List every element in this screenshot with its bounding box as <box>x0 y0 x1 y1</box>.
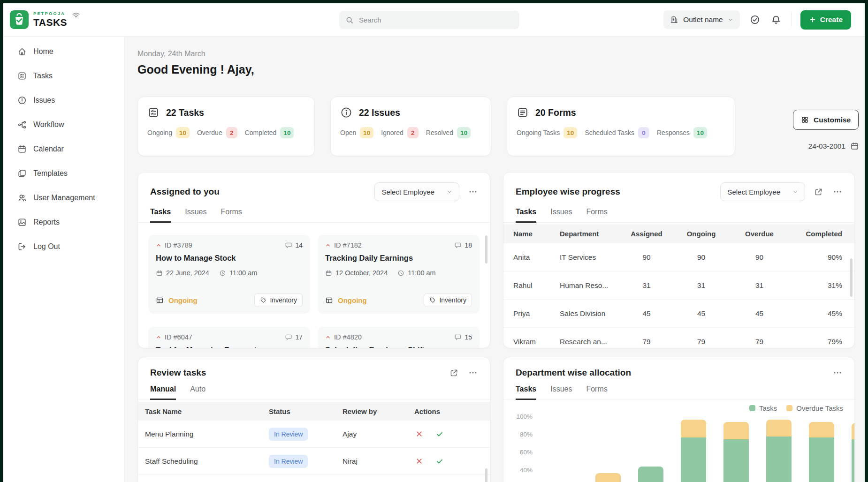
employee-more-menu[interactable] <box>832 186 843 197</box>
tab-issues[interactable]: Issues <box>550 385 572 399</box>
department-more-menu[interactable] <box>832 367 843 378</box>
task-card[interactable]: ID #4820 15 Scheduling Employee Shift <box>318 327 480 348</box>
tasks-segment <box>638 467 663 482</box>
stat-label: Resolved <box>426 129 453 136</box>
brand-logo: PETPOOJA TASKS <box>3 10 80 29</box>
review-tabs: Manual Auto <box>138 385 490 400</box>
search-input-wrapper[interactable] <box>339 11 519 29</box>
employee-select-employee[interactable]: Select Employee <box>720 182 805 201</box>
review-tasks-panel: Review tasks Manual Auto Task Name Statu… <box>137 357 490 482</box>
x-icon <box>415 430 423 438</box>
tab-manual[interactable]: Manual <box>150 385 176 400</box>
employee-department: IT Services <box>560 253 621 262</box>
task-tag-label: Inventory <box>270 296 297 304</box>
sidebar-item-tasks[interactable]: Tasks <box>3 64 124 88</box>
employee-completed: 45% <box>789 309 854 318</box>
tab-forms[interactable]: Forms <box>221 208 242 222</box>
task-id: ID #7182 <box>334 241 362 249</box>
comment-icon <box>285 241 292 249</box>
column-header-department: Department <box>560 230 621 238</box>
comment-icon <box>454 241 462 249</box>
stat-label: Scheduled Tasks <box>585 129 634 136</box>
task-tag-label: Inventory <box>439 296 466 304</box>
stat-label: Responses <box>657 129 690 136</box>
tab-tasks[interactable]: Tasks <box>150 208 171 223</box>
sidebar-item-user-management[interactable]: User Management <box>3 186 124 210</box>
column-header-assigned: Assigned <box>621 230 672 238</box>
reject-button[interactable] <box>414 429 424 439</box>
scrollbar-thumb[interactable] <box>485 235 487 264</box>
notifications-button[interactable] <box>770 14 782 26</box>
legend-item-tasks: Tasks <box>749 404 777 412</box>
task-card[interactable]: ID #6047 17 Tool for Managing Payments <box>148 327 310 348</box>
approvals-button[interactable] <box>749 14 761 26</box>
employee-overdue: 31 <box>730 281 789 290</box>
customise-button[interactable]: Customise <box>793 110 859 130</box>
clock-icon <box>397 270 404 277</box>
employee-name: Anita <box>503 253 560 262</box>
search-input[interactable] <box>358 15 513 24</box>
review-by: Niraj <box>343 457 414 466</box>
sidebar-item-issues[interactable]: Issues <box>3 88 124 113</box>
status-badge: In Review <box>269 455 308 468</box>
sidebar-item-templates[interactable]: Templates <box>3 161 124 186</box>
review-panel-title: Review tasks <box>150 368 206 378</box>
tab-issues[interactable]: Issues <box>550 208 572 222</box>
approve-button[interactable] <box>434 429 445 439</box>
outlet-selector[interactable]: Outlet name <box>663 10 739 29</box>
reject-button[interactable] <box>414 456 424 466</box>
employee-progress-panel: Employee wise progress Select Employee T… <box>503 172 855 348</box>
tasks-swatch <box>749 405 755 411</box>
workflow-icon <box>17 120 27 129</box>
task-card[interactable]: ID #7182 18 Tracking Daily Earnings 12 O… <box>318 235 480 314</box>
search-icon <box>345 16 354 24</box>
employee-expand-button[interactable] <box>813 187 824 197</box>
sidebar-item-calendar[interactable]: Calendar <box>3 137 124 161</box>
stat-badge: 0 <box>638 127 649 138</box>
dots-menu-icon <box>833 368 842 377</box>
sidebar-item-label: Templates <box>33 169 68 178</box>
sidebar-item-home[interactable]: Home <box>3 39 124 64</box>
building-icon <box>670 15 678 24</box>
brand-name-top: PETPOOJA <box>33 12 67 16</box>
review-expand-button[interactable] <box>449 368 459 378</box>
check-icon <box>435 430 444 438</box>
assigned-more-menu[interactable] <box>467 186 479 197</box>
dots-menu-icon <box>468 368 478 377</box>
tab-forms[interactable]: Forms <box>586 385 607 399</box>
date-picker[interactable]: 24-03-2001 <box>793 142 859 151</box>
approve-button[interactable] <box>434 456 445 467</box>
column-header-status: Status <box>269 407 343 415</box>
users-icon <box>17 193 27 203</box>
department-panel-title: Department wise allocation <box>516 368 631 378</box>
tab-forms[interactable]: Forms <box>586 208 607 222</box>
employee-table-header: Name Department Assigned Ongoing Overdue… <box>503 224 854 243</box>
sidebar-item-logout[interactable]: Log Out <box>3 234 124 259</box>
overdue-segment <box>723 422 749 439</box>
legend-label: Overdue Tasks <box>796 404 843 412</box>
stat-badge: 2 <box>226 127 237 138</box>
tab-issues[interactable]: Issues <box>185 208 206 222</box>
tab-tasks[interactable]: Tasks <box>516 208 536 223</box>
employee-assigned: 79 <box>621 338 672 346</box>
review-more-menu[interactable] <box>467 367 479 378</box>
sidebar: Home Tasks Issues Workflow Calendar Temp… <box>3 37 124 482</box>
sidebar-item-reports[interactable]: Reports <box>3 210 124 234</box>
sidebar-item-label: Reports <box>33 218 60 226</box>
scrollbar-thumb[interactable] <box>485 468 487 482</box>
tasks-segment <box>809 437 834 482</box>
tab-tasks[interactable]: Tasks <box>516 385 536 400</box>
create-button-label: Create <box>820 15 843 24</box>
scrollbar-thumb[interactable] <box>850 258 853 297</box>
chevron-down-icon <box>792 189 798 195</box>
tab-auto[interactable]: Auto <box>190 385 206 399</box>
department-allocation-panel: Department wise allocation Tasks Issues … <box>503 357 855 482</box>
sidebar-item-workflow[interactable]: Workflow <box>3 113 124 137</box>
assigned-select-employee[interactable]: Select Employee <box>374 182 459 201</box>
task-id: ID #6047 <box>165 333 192 341</box>
task-time: 11:00 am <box>408 269 435 277</box>
outlet-name-label: Outlet name <box>683 15 723 24</box>
create-button[interactable]: Create <box>800 10 851 30</box>
department-tabs: Tasks Issues Forms <box>503 385 854 400</box>
task-card[interactable]: ID #3789 14 How to Manage Stock 22 June,… <box>148 235 310 314</box>
